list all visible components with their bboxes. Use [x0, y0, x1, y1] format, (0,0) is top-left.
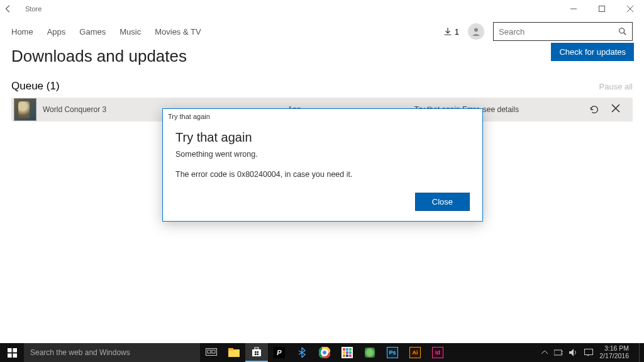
svg-rect-1 [599, 6, 604, 12]
svg-line-4 [624, 33, 626, 35]
dialog-error-code: The error code is 0x80240004, in case yo… [175, 170, 470, 179]
bluetooth-icon[interactable] [291, 343, 313, 362]
back-button[interactable] [4, 4, 19, 13]
dialog-heading: Try that again [175, 130, 470, 145]
tray-notifications-icon[interactable] [584, 349, 593, 356]
taskbar-search[interactable]: Search the web and Windows [24, 343, 200, 362]
clock-date: 2/17/2016 [599, 353, 629, 360]
error-dialog: Try that again Try that again Something … [162, 108, 483, 222]
taskbar-app-grid-icon[interactable] [336, 343, 358, 362]
page-title: Downloads and updates [11, 47, 633, 66]
svg-point-2 [474, 28, 478, 32]
svg-rect-26 [554, 350, 562, 355]
svg-rect-6 [13, 348, 17, 353]
nav-movies-tv[interactable]: Movies & TV [155, 27, 201, 37]
store-taskbar-icon[interactable] [245, 343, 268, 362]
svg-rect-16 [255, 351, 257, 353]
illustrator-icon[interactable]: Ai [404, 343, 426, 362]
svg-rect-5 [8, 348, 12, 353]
svg-rect-17 [257, 351, 259, 353]
svg-rect-13 [228, 348, 233, 351]
tray-network-icon[interactable] [554, 349, 563, 356]
queue-heading: Queue (1) [11, 80, 60, 93]
search-box[interactable] [493, 22, 633, 41]
search-input[interactable] [499, 27, 618, 37]
dialog-close-button[interactable]: Close [415, 193, 470, 211]
svg-rect-14 [252, 349, 261, 356]
svg-rect-15 [255, 348, 258, 349]
navbar: Home Apps Games Music Movies & TV 1 [0, 18, 644, 45]
nav-games[interactable]: Games [79, 27, 106, 37]
download-icon [443, 27, 452, 36]
window-close-button[interactable] [616, 0, 644, 18]
app-title: Store [25, 5, 42, 13]
window-titlebar: Store [0, 0, 644, 18]
pause-all-button[interactable]: Pause all [599, 82, 633, 91]
file-explorer-icon[interactable] [223, 343, 245, 362]
indesign-icon[interactable]: Id [426, 343, 449, 362]
nav-apps[interactable]: Apps [47, 27, 66, 37]
cancel-icon[interactable] [611, 104, 620, 115]
show-desktop-button[interactable] [639, 343, 643, 362]
windows-logo-icon [8, 348, 17, 358]
taskbar-app-2-icon[interactable] [358, 343, 381, 362]
tray-chevron-up-icon[interactable] [541, 350, 548, 355]
svg-rect-19 [257, 354, 259, 356]
check-for-updates-button[interactable]: Check for updates [551, 43, 634, 61]
person-icon [471, 26, 481, 37]
search-icon[interactable] [618, 27, 627, 36]
taskbar-app-1-icon[interactable]: P [268, 343, 291, 362]
svg-rect-29 [585, 349, 593, 355]
task-view-icon[interactable] [200, 343, 223, 362]
minimize-button[interactable] [559, 0, 587, 18]
user-avatar[interactable] [468, 23, 484, 40]
photoshop-icon[interactable]: Ps [381, 343, 404, 362]
maximize-button[interactable] [587, 0, 616, 18]
svg-rect-11 [212, 350, 215, 353]
svg-rect-18 [255, 354, 257, 356]
retry-icon[interactable] [589, 104, 600, 115]
downloads-count: 1 [455, 27, 459, 37]
downloads-indicator[interactable]: 1 [443, 27, 459, 37]
svg-rect-10 [208, 350, 211, 353]
taskbar: Search the web and Windows P Ps Ai Id 3:… [0, 343, 644, 362]
svg-rect-7 [8, 353, 12, 358]
taskbar-search-placeholder: Search the web and Windows [30, 348, 130, 357]
start-button[interactable] [0, 343, 24, 362]
taskbar-clock[interactable]: 3:16 PM 2/17/2016 [599, 345, 633, 359]
svg-rect-8 [13, 353, 17, 358]
chrome-icon[interactable] [313, 343, 336, 362]
tray-volume-icon[interactable] [569, 349, 578, 356]
app-thumbnail [14, 98, 36, 121]
svg-point-3 [619, 28, 625, 33]
dialog-titlebar: Try that again [163, 109, 482, 122]
dialog-message: Something went wrong. [175, 150, 470, 159]
nav-music[interactable]: Music [119, 27, 141, 37]
nav-home[interactable]: Home [11, 27, 33, 37]
